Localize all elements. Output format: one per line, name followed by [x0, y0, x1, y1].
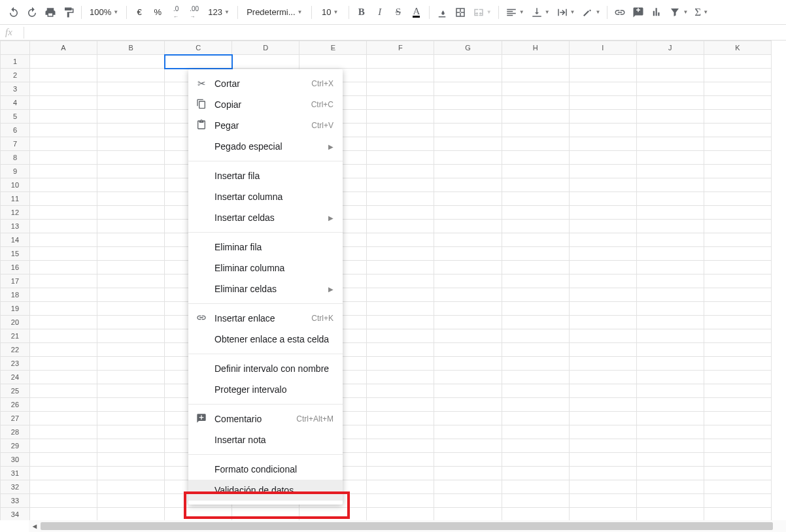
cell-H25[interactable]: [502, 384, 569, 398]
cell-B24[interactable]: [97, 371, 165, 384]
cell-G10[interactable]: [434, 178, 502, 192]
cell-H4[interactable]: [502, 96, 569, 110]
cell-A12[interactable]: [29, 206, 97, 220]
row-header-7[interactable]: 7: [1, 137, 30, 151]
cell-I17[interactable]: [569, 274, 636, 288]
cell-H7[interactable]: [502, 137, 569, 151]
cell-K15[interactable]: [704, 247, 771, 261]
cell-C1[interactable]: [165, 55, 232, 69]
cell-F27[interactable]: [367, 412, 434, 425]
cell-I10[interactable]: [569, 178, 636, 192]
row-header-26[interactable]: 26: [1, 398, 30, 412]
cell-I34[interactable]: [569, 508, 636, 521]
cell-H21[interactable]: [502, 329, 569, 343]
cell-B14[interactable]: [97, 233, 165, 247]
row-header-32[interactable]: 32: [1, 480, 30, 494]
cell-I8[interactable]: [569, 151, 636, 165]
cell-I24[interactable]: [569, 371, 636, 384]
number-format-dropdown[interactable]: 123▼: [204, 4, 233, 21]
cell-A27[interactable]: [29, 412, 97, 425]
cell-D1[interactable]: [232, 55, 299, 69]
cell-G26[interactable]: [434, 398, 502, 412]
cell-G21[interactable]: [434, 329, 502, 343]
halign-button[interactable]: ▼: [503, 4, 527, 21]
cell-J24[interactable]: [636, 371, 704, 384]
column-header-D[interactable]: D: [232, 41, 299, 55]
spreadsheet-grid[interactable]: ABCDEFGHIJK 1234567891011121314151617181…: [0, 41, 772, 520]
row-header-12[interactable]: 12: [1, 206, 30, 220]
cell-I30[interactable]: [569, 453, 636, 467]
cell-K2[interactable]: [704, 69, 771, 82]
cell-I7[interactable]: [569, 137, 636, 151]
cell-I26[interactable]: [569, 398, 636, 412]
cell-J26[interactable]: [636, 398, 704, 412]
cell-F4[interactable]: [367, 96, 434, 110]
rotate-button[interactable]: ▼: [579, 4, 603, 21]
cell-K16[interactable]: [704, 261, 771, 274]
cell-J3[interactable]: [636, 82, 704, 96]
menu-insert-col[interactable]: Insertar columna: [188, 186, 343, 207]
cell-H6[interactable]: [502, 124, 569, 137]
cell-H28[interactable]: [502, 425, 569, 439]
row-header-8[interactable]: 8: [1, 151, 30, 165]
cell-K31[interactable]: [704, 467, 771, 480]
cell-B17[interactable]: [97, 274, 165, 288]
merge-cells-button[interactable]: ▼: [470, 4, 494, 21]
cell-F18[interactable]: [367, 288, 434, 302]
menu-delete-col[interactable]: Eliminar columna: [188, 258, 343, 278]
cell-H17[interactable]: [502, 274, 569, 288]
cell-C34[interactable]: [165, 508, 232, 521]
cell-J21[interactable]: [636, 329, 704, 343]
cell-I25[interactable]: [569, 384, 636, 398]
row-header-29[interactable]: 29: [1, 439, 30, 453]
cell-A2[interactable]: [29, 69, 97, 82]
cell-I22[interactable]: [569, 343, 636, 357]
cell-K29[interactable]: [704, 439, 771, 453]
cell-H11[interactable]: [502, 192, 569, 206]
cell-G8[interactable]: [434, 151, 502, 165]
cell-J31[interactable]: [636, 467, 704, 480]
cell-G29[interactable]: [434, 439, 502, 453]
cell-B9[interactable]: [97, 165, 165, 178]
row-header-5[interactable]: 5: [1, 110, 30, 124]
cell-J17[interactable]: [636, 274, 704, 288]
cell-H32[interactable]: [502, 480, 569, 494]
cell-H14[interactable]: [502, 233, 569, 247]
formula-input[interactable]: [24, 27, 781, 37]
cell-K7[interactable]: [704, 137, 771, 151]
functions-button[interactable]: Σ▼: [692, 4, 711, 21]
cell-A5[interactable]: [29, 110, 97, 124]
cell-I23[interactable]: [569, 357, 636, 371]
cell-F28[interactable]: [367, 425, 434, 439]
row-header-34[interactable]: 34: [1, 508, 30, 521]
column-header-J[interactable]: J: [636, 41, 704, 55]
row-header-11[interactable]: 11: [1, 192, 30, 206]
cell-B13[interactable]: [97, 220, 165, 233]
cell-I29[interactable]: [569, 439, 636, 453]
cell-A33[interactable]: [29, 494, 97, 508]
cell-G7[interactable]: [434, 137, 502, 151]
cell-I13[interactable]: [569, 220, 636, 233]
column-header-C[interactable]: C: [165, 41, 232, 55]
row-header-14[interactable]: 14: [1, 233, 30, 247]
menu-get-link[interactable]: Obtener enlace a esta celda: [188, 329, 343, 350]
row-header-15[interactable]: 15: [1, 247, 30, 261]
cell-A25[interactable]: [29, 384, 97, 398]
cell-H2[interactable]: [502, 69, 569, 82]
cell-K25[interactable]: [704, 384, 771, 398]
column-header-K[interactable]: K: [704, 41, 771, 55]
cell-I19[interactable]: [569, 302, 636, 316]
cell-G20[interactable]: [434, 316, 502, 329]
cell-H18[interactable]: [502, 288, 569, 302]
menu-name-range[interactable]: Definir intervalo con nombre: [188, 358, 343, 379]
cell-K34[interactable]: [704, 508, 771, 521]
cell-H13[interactable]: [502, 220, 569, 233]
text-color-button[interactable]: A: [408, 4, 425, 21]
row-header-9[interactable]: 9: [1, 165, 30, 178]
italic-button[interactable]: I: [371, 4, 388, 21]
cell-I18[interactable]: [569, 288, 636, 302]
cell-A4[interactable]: [29, 96, 97, 110]
row-header-22[interactable]: 22: [1, 343, 30, 357]
cell-J15[interactable]: [636, 247, 704, 261]
row-header-17[interactable]: 17: [1, 274, 30, 288]
